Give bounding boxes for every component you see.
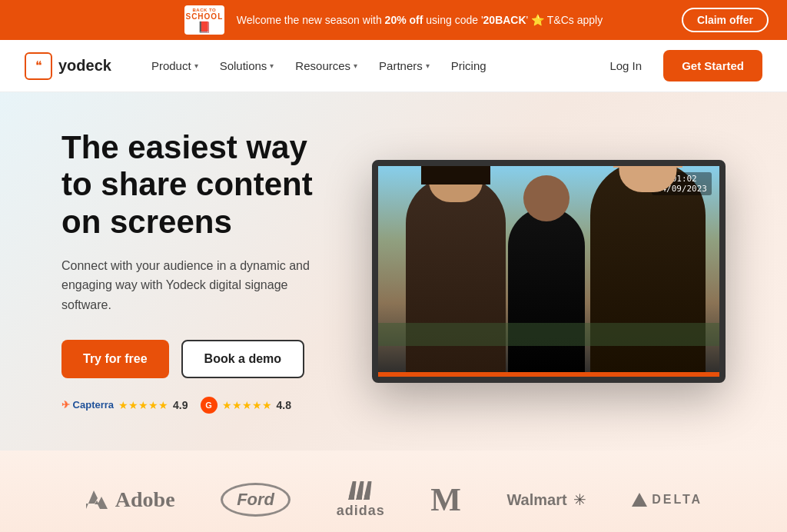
person1-torso: [406, 177, 506, 377]
g2-stars: ★★★★★: [222, 399, 272, 411]
g2-score: 4.8: [277, 399, 291, 411]
person2-head: [523, 175, 569, 221]
person2-body: [508, 208, 585, 377]
capterra-rating: ✈ Capterra ★★★★★ 4.9: [61, 399, 188, 411]
logo-icon: ❝: [25, 52, 52, 80]
screen-content: 11:01:02 24/09/2023: [378, 166, 719, 377]
adidas-logo-container: adidas: [337, 481, 385, 519]
nav-partners-label: Partners: [379, 59, 423, 72]
try-free-button[interactable]: Try for free: [61, 340, 169, 378]
nav-item-product[interactable]: Product ▾: [142, 53, 208, 78]
logo-adobe: Adobe: [85, 487, 175, 512]
ford-text: Ford: [221, 483, 291, 517]
hero-buttons: Try for free Book a demo: [61, 340, 326, 378]
delta-text: DELTA: [652, 493, 702, 507]
screen-mockup: 11:01:02 24/09/2023: [372, 160, 726, 383]
nav-pricing-label: Pricing: [451, 59, 486, 72]
get-started-button[interactable]: Get Started: [663, 50, 762, 81]
hero-title: The easiest way to share content on scre…: [61, 129, 326, 241]
back-to-school-logo: BACK TO SCHOOL 📕: [184, 5, 224, 35]
logo-adidas: adidas: [337, 481, 385, 519]
ground-strip: [378, 323, 719, 346]
capterra-score: 4.9: [173, 399, 188, 411]
nav-solutions-label: Solutions: [220, 59, 267, 72]
screen-bottom-bar: [378, 372, 719, 377]
mcdonalds-arches: M: [430, 481, 461, 518]
top-banner: BACK TO SCHOOL 📕 Welcome the new season …: [0, 0, 787, 40]
capterra-stars: ★★★★★: [118, 399, 168, 411]
chevron-down-icon: ▾: [426, 62, 430, 70]
g2-rating: G ★★★★★ 4.8: [201, 397, 291, 414]
adidas-text: adidas: [337, 503, 385, 519]
login-button[interactable]: Log In: [597, 53, 654, 78]
g2-logo: G: [201, 397, 218, 414]
hero-subtitle: Connect with your audience in a dynamic …: [61, 256, 326, 315]
person2-torso: [508, 208, 585, 377]
banner-message: Welcome the new season with 20% off usin…: [237, 14, 603, 26]
quote-icon: ❝: [35, 58, 42, 73]
walmart-text: Walmart: [506, 491, 566, 509]
logo-ford: Ford: [221, 483, 291, 517]
ratings: ✈ Capterra ★★★★★ 4.9 G ★★★★★ 4.8: [61, 397, 326, 414]
logo-walmart: Walmart ✳: [506, 490, 586, 509]
adobe-icon: [85, 487, 109, 512]
nav-product-label: Product: [151, 59, 191, 72]
chevron-down-icon: ▾: [270, 62, 274, 70]
banner-logo-line2: SCHOOL: [185, 12, 223, 21]
hero-section: The easiest way to share content on scre…: [0, 92, 787, 451]
logo-mcdonalds: M: [430, 481, 461, 518]
nav-logo[interactable]: ❝ yodeck: [25, 52, 111, 80]
delta-triangle-icon: [632, 493, 647, 507]
nav-links: Product ▾ Solutions ▾ Resources ▾ Partne…: [142, 53, 591, 78]
person3-hair: [613, 160, 682, 168]
adidas-stripe-2: [356, 481, 365, 500]
chevron-down-icon: ▾: [194, 62, 198, 70]
delta-logo-container: DELTA: [632, 493, 702, 507]
nav-right: Log In Get Started: [597, 50, 762, 81]
book-demo-button[interactable]: Book a demo: [181, 340, 304, 378]
adidas-stripe-3: [364, 481, 373, 500]
nav-item-pricing[interactable]: Pricing: [442, 53, 496, 78]
nav-item-resources[interactable]: Resources ▾: [286, 53, 367, 78]
adidas-stripe-1: [348, 481, 357, 500]
hero-right: 11:01:02 24/09/2023: [372, 160, 726, 383]
logos-section: Adobe Ford adidas M Walmart ✳ DELTA: [0, 451, 787, 532]
nav-item-solutions[interactable]: Solutions ▾: [211, 53, 284, 78]
navbar: ❝ yodeck Product ▾ Solutions ▾ Resources…: [0, 40, 787, 92]
adidas-stripes: [337, 481, 385, 500]
nav-item-partners[interactable]: Partners ▾: [370, 53, 439, 78]
person1-hair: [421, 160, 490, 185]
person1-body: [406, 177, 506, 377]
nav-resources-label: Resources: [295, 59, 350, 72]
hero-left: The easiest way to share content on scre…: [61, 129, 326, 414]
adobe-text: Adobe: [115, 487, 175, 512]
claim-offer-button[interactable]: Claim offer: [682, 8, 769, 32]
walmart-spark-icon: ✳: [573, 490, 586, 509]
logo-text: yodeck: [58, 57, 111, 75]
logo-delta: DELTA: [632, 493, 702, 507]
chevron-down-icon: ▾: [354, 62, 357, 70]
capterra-logo: ✈ Capterra: [61, 399, 114, 411]
book-icon: 📕: [198, 21, 211, 33]
